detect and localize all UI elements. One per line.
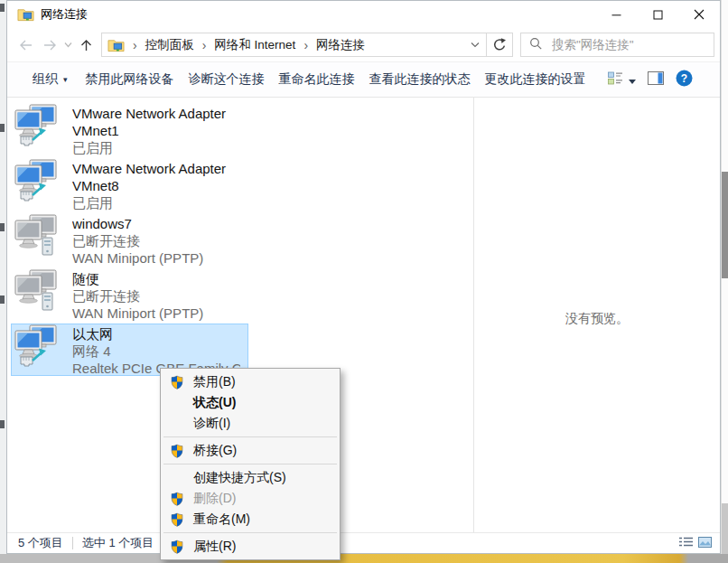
view-tiles-icon — [608, 71, 623, 89]
caption-buttons — [595, 1, 720, 28]
desktop-icon-fragment — [0, 223, 5, 231]
menu-item-rename[interactable]: 重命名(M) — [163, 509, 338, 530]
history-chevron-icon[interactable] — [61, 33, 74, 57]
adapter-name: VMware Network Adapter VMnet8 — [72, 160, 235, 194]
breadcrumb-separator-icon[interactable]: › — [302, 38, 310, 52]
adapter-disabled-icon — [14, 214, 60, 258]
menu-item-delete: 删除(D) — [163, 488, 338, 509]
tower-device-icon — [42, 293, 52, 310]
menu-item-label: 属性(R) — [193, 539, 236, 555]
dropdown-caret-icon: ▾ — [63, 75, 68, 84]
uac-shield-icon — [170, 444, 184, 458]
maximize-button[interactable] — [637, 1, 678, 28]
network-connections-icon — [107, 38, 126, 52]
menu-item-properties[interactable]: 属性(R) — [163, 536, 338, 557]
menu-separator — [163, 532, 337, 533]
menu-separator — [163, 436, 337, 437]
adapter-detail: WAN Miniport (PPTP) — [72, 305, 240, 321]
adapter-disabled-icon — [14, 269, 60, 313]
menu-item-bridge[interactable]: 桥接(G) — [163, 440, 338, 461]
status-divider — [72, 537, 73, 549]
no-preview-text: 没有预览。 — [565, 311, 629, 532]
adapter-name: windows7 — [72, 215, 235, 232]
toolbar-command-3[interactable]: 查看此连接的状态 — [369, 71, 471, 88]
breadcrumb: ›控制面板›网络和 Internet›网络连接 — [131, 37, 464, 53]
adapter-detail: 已断开连接 — [72, 287, 240, 305]
minimize-button[interactable] — [595, 1, 637, 28]
adapter-enabled-icon — [14, 159, 60, 202]
uac-shield-icon — [170, 512, 184, 527]
breadcrumb-separator-icon[interactable]: › — [201, 38, 209, 52]
navigation-bar: ›控制面板›网络和 Internet›网络连接 — [7, 28, 720, 61]
uac-shield-icon — [170, 375, 184, 389]
toolbar-right-icons: ? — [608, 70, 693, 90]
desktop-edge-left — [0, 0, 6, 554]
search-box[interactable] — [520, 33, 714, 57]
menu-item-label: 状态(U) — [193, 395, 236, 411]
window-title: 网络连接 — [41, 6, 88, 23]
desktop-icon-fragment — [0, 124, 5, 132]
context-menu: 禁用(B)状态(U)诊断(I) 桥接(G)创建快捷方式(S) 删除(D) 重命名… — [160, 368, 341, 560]
adapter-name: VMware Network Adapter VMnet1 — [72, 105, 235, 139]
file-list-area: VMware Network Adapter VMnet1已启用 VMware … — [7, 98, 720, 532]
menu-item-create-shortcut[interactable]: 创建快捷方式(S) — [163, 467, 338, 488]
close-button[interactable] — [678, 1, 720, 28]
adapter-item-vmnet1[interactable]: VMware Network Adapter VMnet1已启用 — [11, 103, 248, 155]
adapter-detail: WAN Miniport (PPTP) — [72, 249, 240, 266]
address-bar[interactable]: ›控制面板›网络和 Internet›网络连接 — [101, 33, 513, 57]
desktop-icon-fragment — [0, 4, 5, 12]
adapter-name: 以太网 — [72, 325, 235, 342]
organize-button[interactable]: 组织 ▾ — [33, 71, 68, 88]
uac-shield-icon — [170, 492, 184, 506]
forward-button[interactable] — [38, 33, 61, 57]
network-connections-window: 网络连接 ›控制面板›网络和 Internet›网络连接 — [6, 0, 721, 554]
desktop-edge-bottom — [0, 554, 728, 563]
uac-shield-icon — [170, 492, 184, 506]
breadcrumb-item-1[interactable]: 网络和 Internet — [208, 37, 302, 53]
dropdown-caret-icon — [629, 71, 636, 88]
menu-item-label: 禁用(B) — [193, 374, 236, 390]
breadcrumb-separator-icon[interactable]: › — [131, 38, 139, 52]
adapter-item-windows7[interactable]: windows7已断开连接WAN Miniport (PPTP) — [11, 213, 248, 266]
large-icons-view-button[interactable] — [698, 535, 712, 551]
breadcrumb-item-0[interactable]: 控制面板 — [139, 37, 201, 53]
preview-pane-button[interactable] — [648, 71, 664, 89]
help-button[interactable]: ? — [676, 70, 693, 90]
command-toolbar: 组织 ▾ 禁用此网络设备诊断这个连接重命名此连接查看此连接的状态更改此连接的设置… — [7, 61, 720, 98]
search-icon — [529, 37, 542, 53]
uac-shield-icon — [170, 540, 184, 554]
menu-item-label: 创建快捷方式(S) — [193, 470, 286, 486]
change-view-button[interactable] — [608, 71, 636, 89]
background-scrollbar-track — [722, 503, 728, 554]
adapter-item-suibian[interactable]: 随便已断开连接WAN Miniport (PPTP) — [11, 268, 248, 321]
adapter-text: VMware Network Adapter VMnet8已启用 — [72, 159, 240, 211]
toolbar-command-2[interactable]: 重命名此连接 — [279, 71, 355, 88]
adapter-item-vmnet8[interactable]: VMware Network Adapter VMnet8已启用 — [11, 158, 248, 211]
adapter-detail: 已断开连接 — [72, 232, 240, 249]
menu-item-diagnose[interactable]: 诊断(I) — [163, 413, 338, 434]
uac-shield-icon — [170, 540, 184, 554]
adapter-detail: 网络 4 — [72, 342, 240, 360]
menu-item-disable[interactable]: 禁用(B) — [163, 371, 338, 392]
preview-pane: 没有预览。 — [474, 98, 720, 532]
menu-item-label: 诊断(I) — [193, 416, 230, 432]
uac-shield-icon — [170, 512, 184, 527]
details-view-button[interactable] — [679, 535, 693, 551]
menu-item-label: 重命名(M) — [193, 511, 250, 528]
toolbar-commands: 禁用此网络设备诊断这个连接重命名此连接查看此连接的状态更改此连接的设置 — [86, 71, 601, 88]
up-button[interactable] — [74, 33, 98, 57]
background-scrollbar-thumb — [722, 172, 728, 278]
adapter-detail: 已启用 — [72, 139, 240, 155]
titlebar: 网络连接 — [7, 1, 720, 28]
menu-icon-spacer — [170, 396, 184, 410]
back-button[interactable] — [14, 33, 38, 57]
menu-item-status[interactable]: 状态(U) — [163, 392, 338, 413]
address-dropdown-chevron-icon[interactable] — [464, 42, 486, 48]
toolbar-command-1[interactable]: 诊断这个连接 — [189, 71, 265, 88]
toolbar-command-0[interactable]: 禁用此网络设备 — [86, 71, 174, 88]
toolbar-command-4[interactable]: 更改此连接的设置 — [485, 71, 586, 88]
refresh-button[interactable] — [487, 33, 512, 56]
search-input[interactable] — [550, 37, 689, 52]
desktop-edge-right — [721, 0, 728, 554]
breadcrumb-item-2[interactable]: 网络连接 — [310, 37, 371, 53]
